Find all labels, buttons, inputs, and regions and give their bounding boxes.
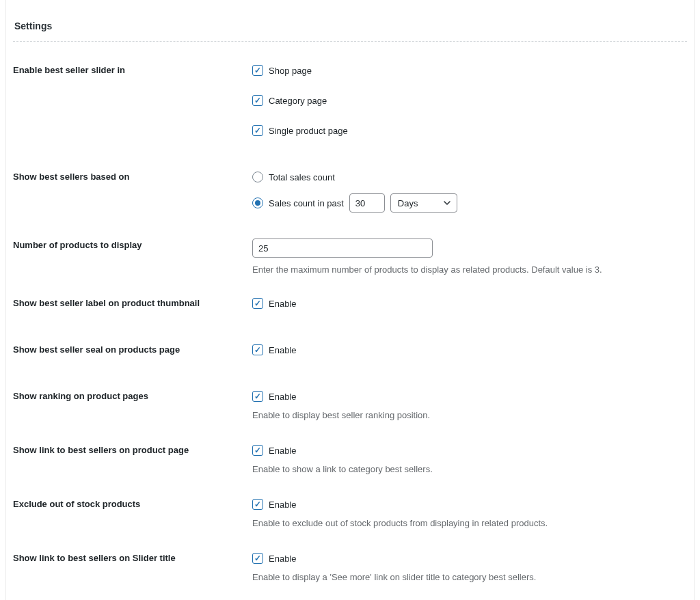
help-text: Enable to show a link to category best s… — [252, 464, 687, 474]
checkbox-label: Shop page — [269, 66, 312, 76]
spacer — [13, 370, 687, 390]
row-label: Show best seller label on product thumbn… — [13, 297, 252, 308]
select-past-unit[interactable]: Days — [390, 193, 457, 213]
spacer — [13, 151, 687, 170]
checkbox-exclude-oos[interactable] — [252, 499, 263, 510]
spacer — [13, 488, 687, 497]
enable-slider-options: Shop page Category page Single product p… — [252, 64, 687, 137]
select-value: Days — [398, 198, 418, 208]
row-link-product: Show link to best sellers on product pag… — [13, 444, 687, 488]
option-total-sales: Total sales count — [252, 170, 687, 184]
chevron-down-icon — [443, 199, 451, 207]
radio-total-sales[interactable] — [252, 172, 263, 182]
checkbox-label: Enable — [269, 392, 296, 402]
checkbox-link-slider-title[interactable] — [252, 553, 263, 564]
row-exclude-oos: Exclude out of stock products Enable Ena… — [13, 497, 687, 542]
row-label: Show link to best sellers on Slider titl… — [13, 551, 252, 563]
checkbox-seal-page[interactable] — [252, 344, 263, 355]
row-label: Show best seller seal on products page — [13, 343, 252, 355]
row-label: Show ranking on product pages — [13, 390, 252, 401]
checkbox-label: Category page — [269, 96, 327, 106]
checkbox-label: Enable — [269, 299, 296, 309]
checkbox-label: Enable — [269, 345, 296, 355]
label-based-on: Show best sellers based on — [13, 170, 252, 182]
radio-sales-past[interactable] — [252, 197, 263, 208]
help-text: Enable to exclude out of stock products … — [252, 518, 687, 528]
row-label-thumb: Show best seller label on product thumbn… — [13, 297, 687, 324]
spacer — [13, 434, 687, 444]
checkbox-label: Enable — [269, 500, 296, 510]
checkbox-shop-page[interactable] — [252, 65, 263, 76]
input-num-products[interactable] — [252, 238, 433, 258]
spacer — [13, 542, 687, 551]
spacer — [13, 324, 687, 343]
input-past-days[interactable] — [349, 193, 385, 213]
option-category-page: Category page — [252, 94, 687, 107]
checkbox-label: Enable — [269, 446, 296, 456]
label-num-products: Number of products to display — [13, 238, 252, 250]
checkbox-category-page[interactable] — [252, 95, 263, 106]
option-shop-page: Shop page — [252, 64, 687, 77]
row-num-products: Number of products to display Enter the … — [13, 238, 687, 288]
based-on-options: Total sales count Sales count in past Da… — [252, 170, 687, 213]
row-link-slider-title: Show link to best sellers on Slider titl… — [13, 551, 687, 596]
row-enable-slider: Enable best seller slider in Shop page C… — [13, 64, 687, 151]
spacer — [13, 288, 687, 297]
settings-panel: Settings Enable best seller slider in Sh… — [5, 0, 695, 600]
checkbox-label-thumb[interactable] — [252, 298, 263, 309]
checkbox-single-product-page[interactable] — [252, 125, 263, 136]
radio-label: Total sales count — [269, 172, 335, 182]
row-ranking: Show ranking on product pages Enable Ena… — [13, 390, 687, 434]
spacer — [13, 226, 687, 238]
option-single-product-page: Single product page — [252, 124, 687, 137]
option-sales-past: Sales count in past Days — [252, 193, 687, 213]
checkbox-ranking[interactable] — [252, 391, 263, 402]
row-label: Exclude out of stock products — [13, 497, 252, 509]
spacer — [13, 596, 687, 600]
help-num-products: Enter the maximum number of products to … — [252, 264, 687, 275]
checkbox-label: Enable — [269, 554, 296, 564]
row-based-on: Show best sellers based on Total sales c… — [13, 170, 687, 226]
label-enable-slider: Enable best seller slider in — [13, 64, 252, 75]
divider — [13, 41, 687, 42]
page-title: Settings — [13, 7, 687, 37]
row-label: Show link to best sellers on product pag… — [13, 444, 252, 455]
checkbox-link-product[interactable] — [252, 445, 263, 456]
row-seal-page: Show best seller seal on products page E… — [13, 343, 687, 370]
help-text: Enable to display a 'See more' link on s… — [252, 572, 687, 582]
help-text: Enable to display best seller ranking po… — [252, 410, 687, 420]
checkbox-label: Single product page — [269, 126, 348, 136]
radio-label: Sales count in past — [269, 198, 344, 208]
